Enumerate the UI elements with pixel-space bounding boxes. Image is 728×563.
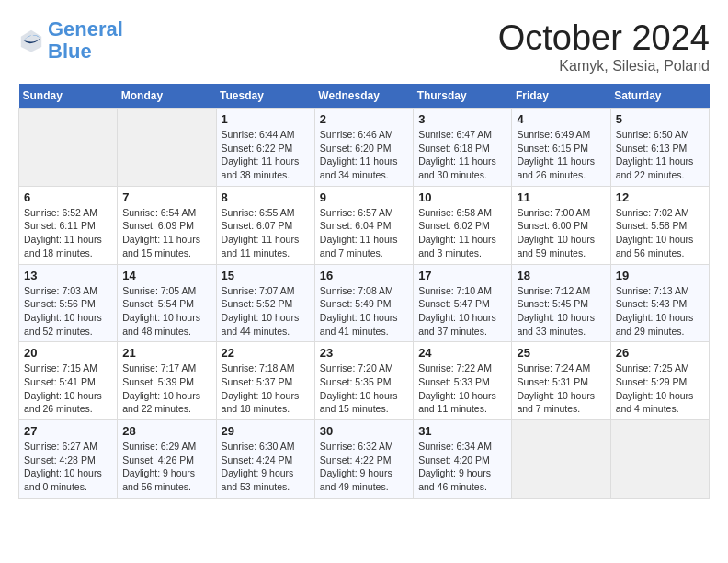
logo-line2: Blue	[48, 40, 92, 63]
cell-text: Sunrise: 7:25 AM Sunset: 5:29 PM Dayligh…	[616, 362, 704, 416]
day-number: 22	[222, 346, 310, 360]
cell-text: Sunrise: 7:12 AM Sunset: 5:45 PM Dayligh…	[517, 284, 605, 339]
logo: General Blue	[18, 18, 123, 63]
calendar-cell: 5Sunrise: 6:50 AM Sunset: 6:13 PM Daylig…	[610, 109, 709, 187]
calendar-cell: 28Sunrise: 6:29 AM Sunset: 4:26 PM Dayli…	[118, 420, 216, 499]
calendar-cell: 10Sunrise: 6:58 AM Sunset: 6:02 PM Dayli…	[414, 186, 512, 264]
calendar-cell: 1Sunrise: 6:44 AM Sunset: 6:22 PM Daylig…	[216, 109, 314, 187]
cell-text: Sunrise: 7:13 AM Sunset: 5:43 PM Dayligh…	[616, 284, 704, 339]
day-number: 10	[418, 190, 506, 204]
day-number: 15	[222, 269, 310, 282]
day-number: 24	[418, 346, 506, 360]
weekday-header: Tuesday	[216, 84, 314, 109]
calendar-cell: 14Sunrise: 7:05 AM Sunset: 5:54 PM Dayli…	[118, 264, 216, 342]
day-number: 5	[616, 112, 704, 126]
calendar-cell: 19Sunrise: 7:13 AM Sunset: 5:43 PM Dayli…	[610, 264, 709, 342]
day-number: 20	[24, 346, 112, 360]
cell-text: Sunrise: 6:52 AM Sunset: 6:11 PM Dayligh…	[24, 206, 112, 260]
calendar-cell: 4Sunrise: 6:49 AM Sunset: 6:15 PM Daylig…	[512, 109, 610, 187]
cell-text: Sunrise: 6:34 AM Sunset: 4:20 PM Dayligh…	[418, 440, 506, 494]
logo-icon	[18, 28, 44, 53]
day-number: 14	[122, 269, 210, 282]
cell-text: Sunrise: 7:05 AM Sunset: 5:54 PM Dayligh…	[122, 284, 210, 339]
day-number: 16	[320, 269, 408, 282]
day-number: 13	[24, 269, 112, 282]
cell-text: Sunrise: 7:10 AM Sunset: 5:47 PM Dayligh…	[418, 284, 506, 339]
day-number: 19	[616, 269, 704, 282]
calendar-cell: 9Sunrise: 6:57 AM Sunset: 6:04 PM Daylig…	[314, 186, 413, 264]
weekday-header-row: SundayMondayTuesdayWednesdayThursdayFrid…	[19, 84, 710, 109]
weekday-header: Friday	[512, 84, 610, 109]
logo-text: General Blue	[48, 18, 123, 63]
calendar-cell	[512, 420, 610, 499]
day-number: 23	[320, 346, 408, 360]
day-number: 4	[517, 112, 605, 126]
day-number: 21	[122, 346, 210, 360]
cell-text: Sunrise: 6:29 AM Sunset: 4:26 PM Dayligh…	[122, 440, 210, 494]
weekday-header: Wednesday	[314, 84, 413, 109]
calendar-cell: 3Sunrise: 6:47 AM Sunset: 6:18 PM Daylig…	[414, 109, 512, 187]
month-title: October 2024	[498, 18, 710, 58]
cell-text: Sunrise: 7:20 AM Sunset: 5:35 PM Dayligh…	[320, 362, 408, 416]
cell-text: Sunrise: 6:30 AM Sunset: 4:24 PM Dayligh…	[222, 440, 310, 494]
calendar-cell: 2Sunrise: 6:46 AM Sunset: 6:20 PM Daylig…	[314, 109, 413, 187]
cell-text: Sunrise: 7:24 AM Sunset: 5:31 PM Dayligh…	[517, 362, 605, 416]
day-number: 25	[517, 346, 605, 360]
title-block: October 2024 Kamyk, Silesia, Poland	[498, 18, 710, 75]
calendar-cell: 20Sunrise: 7:15 AM Sunset: 5:41 PM Dayli…	[19, 342, 118, 420]
calendar-cell: 7Sunrise: 6:54 AM Sunset: 6:09 PM Daylig…	[118, 186, 216, 264]
day-number: 8	[222, 190, 310, 204]
cell-text: Sunrise: 6:58 AM Sunset: 6:02 PM Dayligh…	[418, 206, 506, 260]
calendar-cell	[610, 420, 709, 499]
cell-text: Sunrise: 7:07 AM Sunset: 5:52 PM Dayligh…	[222, 284, 310, 339]
calendar-cell: 25Sunrise: 7:24 AM Sunset: 5:31 PM Dayli…	[512, 342, 610, 420]
cell-text: Sunrise: 6:32 AM Sunset: 4:22 PM Dayligh…	[320, 440, 408, 494]
calendar-cell: 13Sunrise: 7:03 AM Sunset: 5:56 PM Dayli…	[19, 264, 118, 342]
calendar-cell: 17Sunrise: 7:10 AM Sunset: 5:47 PM Dayli…	[414, 264, 512, 342]
calendar-table: SundayMondayTuesdayWednesdayThursdayFrid…	[18, 84, 710, 499]
logo-line1: General	[48, 17, 123, 40]
cell-text: Sunrise: 7:00 AM Sunset: 6:00 PM Dayligh…	[517, 206, 605, 260]
calendar-cell: 6Sunrise: 6:52 AM Sunset: 6:11 PM Daylig…	[19, 186, 118, 264]
cell-text: Sunrise: 7:15 AM Sunset: 5:41 PM Dayligh…	[24, 362, 112, 416]
cell-text: Sunrise: 6:46 AM Sunset: 6:20 PM Dayligh…	[320, 128, 408, 182]
calendar-cell: 8Sunrise: 6:55 AM Sunset: 6:07 PM Daylig…	[216, 186, 314, 264]
cell-text: Sunrise: 7:02 AM Sunset: 5:58 PM Dayligh…	[616, 206, 704, 260]
day-number: 2	[320, 112, 408, 126]
day-number: 28	[122, 424, 210, 438]
cell-text: Sunrise: 7:17 AM Sunset: 5:39 PM Dayligh…	[122, 362, 210, 416]
cell-text: Sunrise: 7:03 AM Sunset: 5:56 PM Dayligh…	[24, 284, 112, 339]
cell-text: Sunrise: 6:44 AM Sunset: 6:22 PM Dayligh…	[222, 128, 310, 182]
cell-text: Sunrise: 6:27 AM Sunset: 4:28 PM Dayligh…	[24, 440, 112, 494]
day-number: 7	[122, 190, 210, 204]
calendar-cell: 26Sunrise: 7:25 AM Sunset: 5:29 PM Dayli…	[610, 342, 709, 420]
calendar-cell: 27Sunrise: 6:27 AM Sunset: 4:28 PM Dayli…	[19, 420, 118, 499]
day-number: 3	[418, 112, 506, 126]
calendar-cell: 11Sunrise: 7:00 AM Sunset: 6:00 PM Dayli…	[512, 186, 610, 264]
cell-text: Sunrise: 6:49 AM Sunset: 6:15 PM Dayligh…	[517, 128, 605, 182]
calendar-cell: 24Sunrise: 7:22 AM Sunset: 5:33 PM Dayli…	[414, 342, 512, 420]
calendar-cell: 29Sunrise: 6:30 AM Sunset: 4:24 PM Dayli…	[216, 420, 314, 499]
calendar-cell: 16Sunrise: 7:08 AM Sunset: 5:49 PM Dayli…	[314, 264, 413, 342]
weekday-header: Thursday	[414, 84, 512, 109]
calendar-cell: 23Sunrise: 7:20 AM Sunset: 5:35 PM Dayli…	[314, 342, 413, 420]
calendar-cell: 21Sunrise: 7:17 AM Sunset: 5:39 PM Dayli…	[118, 342, 216, 420]
cell-text: Sunrise: 6:55 AM Sunset: 6:07 PM Dayligh…	[222, 206, 310, 260]
day-number: 17	[418, 269, 506, 282]
day-number: 12	[616, 190, 704, 204]
calendar-cell: 15Sunrise: 7:07 AM Sunset: 5:52 PM Dayli…	[216, 264, 314, 342]
weekday-header: Monday	[118, 84, 216, 109]
cell-text: Sunrise: 7:08 AM Sunset: 5:49 PM Dayligh…	[320, 284, 408, 339]
cell-text: Sunrise: 6:50 AM Sunset: 6:13 PM Dayligh…	[616, 128, 704, 182]
calendar-cell: 12Sunrise: 7:02 AM Sunset: 5:58 PM Dayli…	[610, 186, 709, 264]
day-number: 27	[24, 424, 112, 438]
weekday-header: Sunday	[19, 84, 118, 109]
svg-marker-0	[21, 30, 41, 52]
calendar-row: 27Sunrise: 6:27 AM Sunset: 4:28 PM Dayli…	[19, 420, 710, 499]
calendar-row: 13Sunrise: 7:03 AM Sunset: 5:56 PM Dayli…	[19, 264, 710, 342]
calendar-cell	[19, 109, 118, 187]
calendar-cell: 30Sunrise: 6:32 AM Sunset: 4:22 PM Dayli…	[314, 420, 413, 499]
cell-text: Sunrise: 7:18 AM Sunset: 5:37 PM Dayligh…	[222, 362, 310, 416]
cell-text: Sunrise: 6:47 AM Sunset: 6:18 PM Dayligh…	[418, 128, 506, 182]
weekday-header: Saturday	[610, 84, 709, 109]
